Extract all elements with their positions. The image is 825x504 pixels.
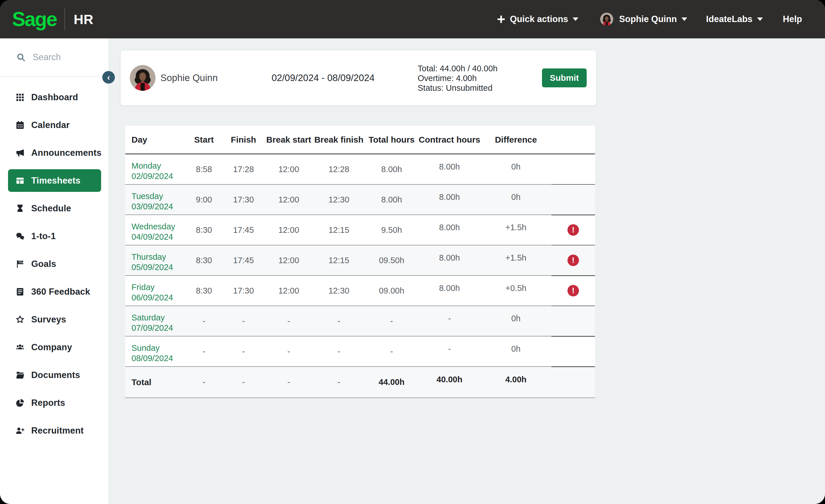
sage-hr-app: Sage HR + Quick actions: [0, 0, 825, 504]
timesheet-summary-card: Sophie Quinn 02/09/2024 - 08/09/2024 Tot…: [121, 51, 596, 105]
main-content: Sophie Quinn 02/09/2024 - 08/09/2024 Tot…: [109, 38, 825, 504]
company-name: IdeateLabs: [706, 14, 753, 24]
day-link[interactable]: Monday02/09/2024: [125, 161, 185, 181]
sidebar-item-360-feedback[interactable]: 360 Feedback: [8, 280, 101, 303]
sidebar-item-reports[interactable]: Reports: [8, 392, 101, 414]
sidebar-item-1-to-1[interactable]: 1-to-1: [8, 225, 101, 247]
break-start-cell: 12:00: [265, 225, 313, 235]
feedback-list-icon: [15, 287, 25, 297]
day-link[interactable]: Thursday05/09/2024: [125, 252, 185, 272]
total-hours-cell: 8.00h: [365, 165, 419, 174]
sidebar: ‹ Dashboard Calendar: [0, 38, 109, 504]
sidebar-item-dashboard[interactable]: Dashboard: [8, 86, 101, 108]
folder-icon: [15, 370, 25, 380]
search-input[interactable]: [33, 52, 96, 63]
contract-hours-cell: 8.00h: [419, 253, 480, 263]
timesheet-table: Day Start Finish Break start Break finis…: [125, 126, 595, 398]
start-cell: 8:30: [185, 225, 223, 235]
star-icon: [15, 315, 25, 324]
topbar-right: + Quick actions: [497, 12, 802, 26]
table-row: Friday06/09/2024 8:30 17:30 12:00 12:30 …: [125, 276, 595, 306]
start-cell: 9:00: [185, 195, 223, 204]
table-row: Saturday07/09/2024 - - - - - - 0h !: [125, 306, 595, 336]
total-hours-cell: -: [365, 317, 419, 326]
warning-icon: !: [568, 285, 579, 297]
quick-actions-label: Quick actions: [510, 14, 568, 24]
break-start-cell: 12:00: [265, 286, 313, 296]
quick-actions-menu[interactable]: + Quick actions: [497, 12, 579, 26]
sidebar-item-company[interactable]: Company: [8, 336, 101, 358]
status-line: Status: Unsubmitted: [418, 83, 498, 93]
pie-chart-icon: [15, 398, 25, 408]
contract-hours-cell: -: [419, 344, 480, 354]
chevron-down-icon: [681, 17, 687, 21]
sidebar-item-announcements[interactable]: Announcements: [8, 142, 101, 164]
day-link[interactable]: Wednesday04/09/2024: [125, 221, 185, 242]
day-link[interactable]: Sunday08/09/2024: [125, 343, 185, 363]
timesheet-rows: Monday02/09/2024 8:58 17:28 12:00 12:28 …: [125, 154, 595, 367]
employee-name: Sophie Quinn: [160, 72, 218, 83]
sage-logo: Sage: [12, 8, 57, 31]
break-start-cell: 12:00: [265, 256, 313, 265]
overtime-line: Overtime: 4.00h: [418, 73, 498, 83]
finish-cell: 17:30: [223, 286, 265, 296]
sidebar-item-schedule[interactable]: Schedule: [8, 197, 101, 220]
warning-icon: !: [568, 255, 579, 266]
break-start-cell: 12:00: [265, 195, 313, 204]
total-hours-cell: 9.50h: [365, 225, 419, 235]
table-row: Monday02/09/2024 8:58 17:28 12:00 12:28 …: [125, 154, 595, 185]
checkered-flag-icon: [15, 259, 25, 269]
sidebar-item-recruitment[interactable]: Recruitment: [8, 419, 101, 442]
total-hours-cell: 8.00h: [365, 195, 419, 204]
table-row: Tuesday03/09/2024 9:00 17:30 12:00 12:30…: [125, 185, 595, 215]
submit-button[interactable]: Submit: [542, 69, 587, 87]
break-finish-cell: -: [313, 317, 365, 326]
sidebar-item-timesheets[interactable]: Timesheets: [8, 169, 101, 192]
help-link[interactable]: Help: [783, 14, 802, 24]
break-finish-cell: 12:15: [313, 256, 365, 265]
table-row: Thursday05/09/2024 8:30 17:45 12:00 12:1…: [125, 245, 595, 276]
employee-avatar: [130, 65, 156, 91]
table-total-row: Total - - - - 44.00h 40.00h 4.00h: [125, 367, 595, 398]
user-menu[interactable]: Sophie Quinn: [600, 13, 687, 26]
topbar: Sage HR + Quick actions: [0, 0, 825, 38]
finish-cell: 17:30: [223, 195, 265, 204]
day-link[interactable]: Tuesday03/09/2024: [125, 191, 185, 212]
chevron-down-icon: [757, 17, 763, 21]
sidebar-item-surveys[interactable]: Surveys: [8, 308, 101, 331]
contract-hours-cell: 8.00h: [419, 192, 480, 202]
difference-cell: +1.5h: [480, 253, 551, 263]
finish-cell: -: [223, 347, 265, 356]
brand-divider: [64, 8, 65, 30]
day-link[interactable]: Saturday07/09/2024: [125, 313, 185, 333]
contract-hours-cell: -: [419, 314, 480, 323]
finish-cell: -: [223, 317, 265, 326]
sidebar-item-documents[interactable]: Documents: [8, 364, 101, 386]
table-row: Sunday08/09/2024 - - - - - - 0h !: [125, 336, 595, 367]
difference-cell: 0h: [480, 192, 551, 202]
total-hours-line: Total: 44.00h / 40.00h: [418, 64, 498, 73]
company-menu[interactable]: IdeateLabs: [706, 14, 763, 24]
break-start-cell: -: [265, 347, 313, 356]
contract-hours-cell: 8.00h: [419, 283, 480, 293]
difference-cell: 0h: [480, 314, 551, 323]
sidebar-item-calendar[interactable]: Calendar: [8, 114, 101, 136]
calendar-icon: [15, 120, 25, 130]
start-cell: 8:58: [185, 165, 223, 174]
difference-cell: +1.5h: [480, 223, 551, 232]
megaphone-icon: [15, 148, 25, 158]
table-row: Wednesday04/09/2024 8:30 17:45 12:00 12:…: [125, 215, 595, 245]
user-avatar: [600, 13, 613, 26]
total-hours-cell: -: [365, 347, 419, 356]
finish-cell: 17:45: [223, 256, 265, 265]
day-link[interactable]: Friday06/09/2024: [125, 282, 185, 303]
sidebar-item-goals[interactable]: Goals: [8, 253, 101, 275]
sidebar-nav: Dashboard Calendar Announcements: [0, 77, 108, 442]
timesheet-period: 02/09/2024 - 08/09/2024: [272, 72, 375, 83]
people-group-icon: [15, 342, 25, 352]
dashboard-grid-icon: [15, 92, 25, 102]
break-finish-cell: -: [313, 347, 365, 356]
break-finish-cell: 12:30: [313, 195, 365, 204]
sidebar-collapse-button[interactable]: ‹: [102, 71, 115, 84]
chat-bubbles-icon: [15, 231, 25, 241]
